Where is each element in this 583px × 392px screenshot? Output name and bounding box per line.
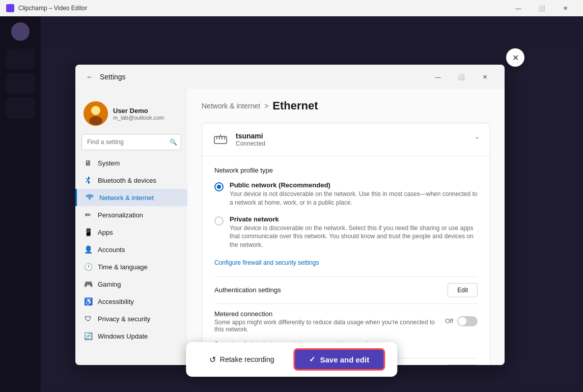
settings-back-button[interactable]: ← [84,71,96,83]
auth-settings-label: Authentication settings [214,286,281,294]
svg-line-3 [86,178,88,180]
ethernet-header[interactable]: tsunami Connected ⌃ [202,123,490,156]
windows-update-icon: 🔄 [84,331,93,341]
close-window-button[interactable]: ✕ [553,0,577,16]
ethernet-network-name: tsunami [236,132,265,140]
sidebar-item-windows-update[interactable]: 🔄 Windows Update [75,327,187,345]
sidebar-item-personalization[interactable]: ✏ Personalization [75,206,187,223]
accounts-icon: 👤 [84,245,93,254]
sidebar-item-bluetooth[interactable]: Bluetooth & devices [75,172,187,189]
svg-point-1 [91,106,100,115]
sidebar-item-label: Apps [98,229,113,236]
metered-toggle-label: Off [445,318,453,325]
retake-label: Retake recording [220,355,274,363]
ethernet-section: tsunami Connected ⌃ Network profile type [202,123,490,365]
public-network-desc: Your device is not discoverable on the n… [230,190,478,207]
auth-settings-info: Authentication settings [214,286,281,294]
public-network-text: Public network (Recommended) Your device… [230,181,478,207]
metered-toggle[interactable] [457,316,478,326]
network-icon [85,193,94,202]
settings-nav: User Demo m_lab@outlook.com 🔍 🖥 System B… [75,89,187,365]
ethernet-header-left: tsunami Connected [212,131,265,148]
breadcrumb-separator: > [264,102,268,110]
private-network-label: Private network [230,215,478,223]
auth-settings-row: Authentication settings Edit [214,276,478,303]
chevron-up-icon: ⌃ [475,136,480,143]
private-network-option[interactable]: Private network Your device is discovera… [214,215,478,249]
public-network-label: Public network (Recommended) [230,181,478,189]
sidebar-item-label: Windows Update [98,332,148,340]
private-network-radio[interactable] [214,216,224,226]
sidebar-item-system[interactable]: 🖥 System [75,154,187,172]
svg-line-4 [86,180,88,182]
settings-title: Settings [100,73,126,81]
sidebar-item-label: Bluetooth & devices [98,177,156,184]
sidebar-item-label: Time & language [98,263,148,271]
gaming-icon: 🎮 [84,279,93,289]
sidebar-item-gaming[interactable]: 🎮 Gaming [75,275,187,293]
auth-edit-button[interactable]: Edit [448,283,478,297]
public-network-option[interactable]: Public network (Recommended) Your device… [214,181,478,207]
sidebar-item-network[interactable]: Network & internet [75,189,187,206]
private-network-desc: Your device is discoverable on the netwo… [230,224,478,249]
user-email: m_lab@outlook.com [113,115,164,121]
private-network-text: Private network Your device is discovera… [230,215,478,249]
minimize-button[interactable]: — [507,0,530,16]
metered-info: Metered connection Some apps might work … [214,310,445,333]
save-label: Save and edit [320,355,369,364]
radio-inner-dot [217,185,221,189]
ethernet-icon [212,131,229,148]
save-and-edit-button[interactable]: ✓ Save and edit [293,348,385,371]
settings-content: Network & internet > Ethernet [187,89,505,365]
configure-firewall-link[interactable]: Configure firewall and security settings [214,259,319,266]
breadcrumb-parent[interactable]: Network & internet [202,102,260,110]
ethernet-body: Network profile type Public network (Rec… [202,156,490,365]
user-profile: User Demo m_lab@outlook.com [75,95,187,134]
public-network-radio[interactable] [214,182,224,191]
svg-point-2 [89,116,102,125]
metered-label: Metered connection [214,310,445,318]
cc-sidebar-item [6,49,35,69]
metered-toggle-wrap: Off [445,316,478,326]
settings-search-input[interactable] [81,134,181,150]
settings-modal: ← Settings — ⬜ ✕ User Demo m_ [75,65,505,365]
bluetooth-icon [84,176,93,185]
apps-icon: 📱 [84,228,93,237]
settings-maximize-button[interactable]: ⬜ [450,69,473,85]
ethernet-info: tsunami Connected [236,132,265,147]
ip-edit-button[interactable]: Edit [448,365,478,365]
checkmark-icon: ✓ [309,355,316,364]
sidebar-item-accessibility[interactable]: ♿ Accessibility [75,293,187,310]
retake-recording-button[interactable]: ↺ Retake recording [198,350,286,370]
user-info: User Demo m_lab@outlook.com [113,107,164,121]
personalization-icon: ✏ [84,210,93,219]
settings-close-button[interactable]: ✕ [473,69,496,85]
sidebar-item-label: Gaming [98,281,121,288]
settings-body: User Demo m_lab@outlook.com 🔍 🖥 System B… [75,89,505,365]
cc-sidebar [0,16,41,392]
cc-user-avatar [11,22,30,41]
metered-connection-row: Metered connection Some apps might work … [214,303,478,339]
ethernet-status: Connected [236,140,265,147]
breadcrumb: Network & internet > Ethernet [202,99,490,113]
modal-close-button[interactable]: ✕ [506,48,524,67]
cc-sidebar-item [6,98,35,118]
sidebar-item-label: Privacy & security [98,315,150,323]
sidebar-item-time[interactable]: 🕐 Time & language [75,258,187,275]
app-icon [6,4,14,12]
sidebar-item-privacy[interactable]: 🛡 Privacy & security [75,310,187,327]
sidebar-item-apps[interactable]: 📱 Apps [75,223,187,241]
sidebar-item-label: Accessibility [98,298,134,305]
maximize-button[interactable]: ⬜ [530,0,553,16]
cc-sidebar-item [6,73,35,94]
cc-topbar [46,21,578,42]
sidebar-item-label: Accounts [98,246,125,254]
privacy-icon: 🛡 [84,314,93,323]
settings-minimize-button[interactable]: — [426,69,450,85]
retake-icon: ↺ [209,355,216,365]
network-profile-section-label: Network profile type [214,166,478,174]
sidebar-item-label: System [98,159,120,167]
sidebar-item-accounts[interactable]: 👤 Accounts [75,241,187,258]
system-icon: 🖥 [84,158,93,167]
settings-titlebar: ← Settings — ⬜ ✕ [75,65,505,89]
